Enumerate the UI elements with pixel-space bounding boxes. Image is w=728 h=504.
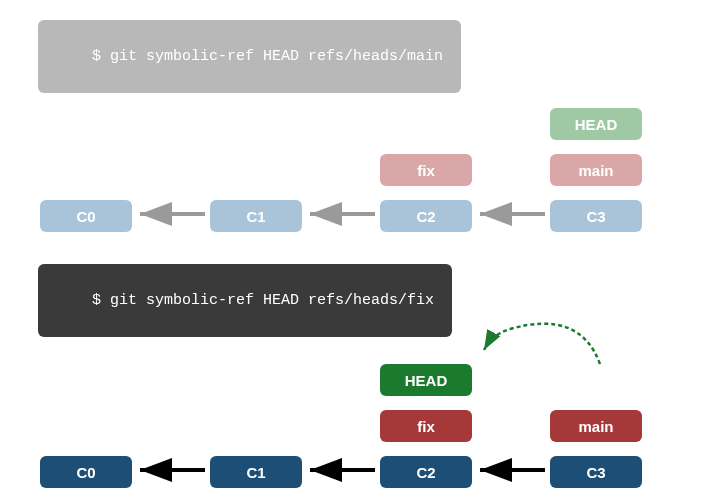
commit-c3: C3 [550,456,642,488]
diagram-main: $ git symbolic-ref HEAD refs/heads/main … [0,0,728,250]
command-box: $ git symbolic-ref HEAD refs/heads/fix [38,264,452,337]
head-row: HEAD [380,362,472,398]
branch-row: fix main [380,152,642,188]
command-box: $ git symbolic-ref HEAD refs/heads/main [38,20,461,93]
branch-row: fix main [380,408,642,444]
commit-c3: C3 [550,200,642,232]
commit-c1: C1 [210,200,302,232]
head-label: HEAD [550,108,642,140]
commit-row: C0 C1 C2 C3 [40,198,642,234]
command-text: $ git symbolic-ref HEAD refs/heads/fix [92,292,434,309]
head-row: HEAD [550,106,642,142]
branch-main: main [550,410,642,442]
commit-c0: C0 [40,456,132,488]
commit-c2: C2 [380,200,472,232]
command-text: $ git symbolic-ref HEAD refs/heads/main [92,48,443,65]
commit-c0: C0 [40,200,132,232]
branch-fix: fix [380,154,472,186]
commit-c2: C2 [380,456,472,488]
head-label: HEAD [380,364,472,396]
branch-fix: fix [380,410,472,442]
commit-c1: C1 [210,456,302,488]
commit-row: C0 C1 C2 C3 [40,454,642,490]
head-move-arrow [484,324,600,364]
branch-main: main [550,154,642,186]
diagram-fix: $ git symbolic-ref HEAD refs/heads/fix H… [0,254,728,504]
